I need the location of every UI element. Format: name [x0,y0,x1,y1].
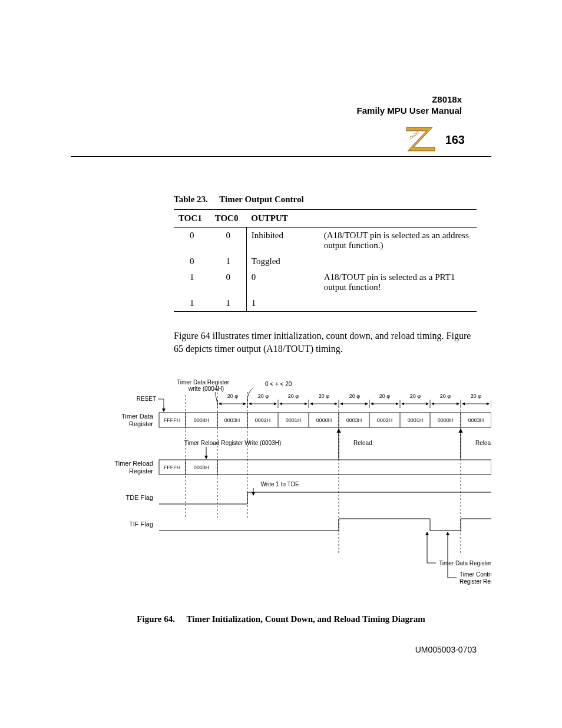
label-tif: TIF Flag [129,521,153,528]
tdr-cell: 0000H [438,417,454,423]
tdr-cell: 0000H [316,417,332,423]
table-row: 1 0 0 A18/TOUT pin is selected as a PRT1… [174,269,477,295]
col-toc0: TOC0 [210,210,247,228]
timer-output-control-table: TOC1 TOC0 OUTPUT 0 0 Inhibited (A18/TOUT… [174,209,477,312]
tdr-cell: 0003H [224,417,240,423]
label-tde: TDE Flag [126,494,153,501]
cell-toc1: 0 [174,253,210,269]
cell-output: Inhibited [246,228,319,254]
table-header-row: TOC1 TOC0 OUTPUT [174,210,477,228]
doc-subtitle: Family MPU User Manual [357,106,462,117]
phi-label: 20 φ [410,393,421,399]
cell-output: Toggled [246,253,319,269]
cell-toc0: 0 [210,228,247,254]
table-row: 0 0 Inhibited (A18/TOUT pin is selected … [174,228,477,254]
cell-note [319,295,477,312]
tdr-cell: 0003H [468,417,484,423]
tdr-cell: 0001H [408,417,424,423]
label-reload-2: Reload [475,440,491,446]
table-caption-num: Table 23. [174,195,208,204]
label-reload-1: Reload [353,440,372,446]
label-trr-write: Timer Reload Register Write (0003H) [184,440,282,446]
tdr-cell: 0001H [286,417,302,423]
logo-text: ZiLOG [409,131,419,140]
phi-label: 20 φ [227,393,239,399]
header-rule [71,156,491,157]
label-tdr-write: Timer Data Register [177,379,230,386]
phi-label: 20 φ [319,393,330,399]
figure-caption: Figure 64. Timer Initialization, Count D… [71,614,491,624]
table-row: 0 1 Toggled [174,253,477,269]
cell-toc0: 1 [210,253,247,269]
label-trr: Timer Reload [114,460,153,467]
doc-header: Z8018x Family MPU User Manual [357,94,462,117]
timing-diagram: Timer Data Register write (0004H) 0 < + … [71,377,491,624]
phi-label: 20 φ [379,393,391,399]
tdr-cell: 0004H [194,417,210,423]
figure-caption-title: Timer Initialization, Count Down, and Re… [187,614,425,624]
phi-label: 20 φ [349,393,361,399]
cell-toc1: 1 [174,269,210,295]
logo-block: ZiLOG 163 [402,124,465,156]
phi-label: 20 φ [258,393,269,399]
table-caption-title: Timer Output Control [219,195,303,204]
cell-note [319,253,477,269]
tdr-cell: 0003H [346,417,362,423]
zilog-logo-icon: ZiLOG [402,124,437,156]
doc-model: Z8018x [357,94,462,106]
cell-note: A18/TOUT pin is selected as a PRT1 outpu… [319,269,477,295]
doc-footer: UM005003-0703 [415,645,477,654]
label-tdr-read: Timer Data Register Read [439,560,491,566]
table-caption: Table 23. Timer Output Control [174,195,477,205]
label-write1-tde: Write 1 to TDE [260,481,299,487]
tdr-cell: 0002H [377,417,393,423]
col-note [319,210,477,228]
cell-toc1: 1 [174,295,210,312]
body-paragraph: Figure 64 illustrates timer initializati… [174,330,477,355]
tdr-cell: FFFFH [164,417,181,423]
trr-cell: 0003H [194,465,210,470]
col-toc1: TOC1 [174,210,210,228]
cell-toc0: 0 [210,269,247,295]
page-number: 163 [445,133,465,146]
cell-toc0: 1 [210,295,247,312]
trr-cell: FFFFH [164,465,181,470]
figure-caption-num: Figure 64. [137,614,175,624]
content-block: Table 23. Timer Output Control TOC1 TOC0… [174,195,477,355]
phi-label: 20 φ [440,393,451,399]
tdr-cell: 0002H [255,417,271,423]
phi-label: 20 φ [288,393,299,399]
svg-line-6 [215,392,217,404]
cell-toc1: 0 [174,228,210,254]
label-tcr-read-2: Register Read [459,578,491,585]
label-trr-2: Register [129,467,153,475]
label-reset: RESET [137,396,156,402]
cell-note: (A18/TOUT pin is selected as an address … [319,228,477,254]
label-tdr-2: Register [129,420,153,427]
label-tdr-write-2: write (0004H) [188,386,224,392]
label-tdr: Timer Data [121,413,154,420]
label-tcr-read-1: Timer Control [459,571,491,578]
phi-label: 20 φ [471,393,482,399]
label-interval-note: 0 < + < 20 [265,381,292,387]
col-output: OUTPUT [246,210,319,228]
cell-output: 0 [246,269,319,295]
cell-output: 1 [246,295,319,312]
table-row: 1 1 1 [174,295,477,312]
